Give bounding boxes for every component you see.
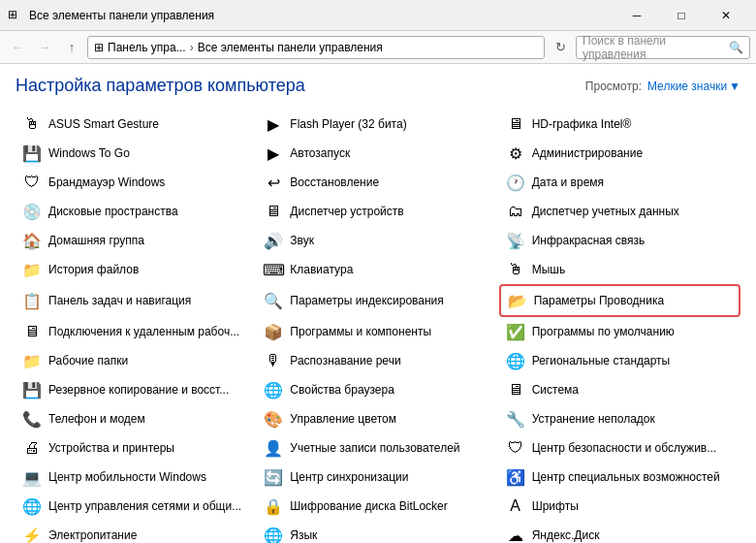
item-icon: 🖨 <box>21 437 43 459</box>
list-item[interactable]: 🔧Устранение неполадок <box>499 404 740 433</box>
item-label: Учетные записи пользователей <box>290 441 459 455</box>
view-option[interactable]: Мелкие значки ▼ <box>647 80 740 93</box>
list-item[interactable]: ⚡Электропитание <box>16 521 257 543</box>
item-label: Центр безопасности и обслужив... <box>532 441 717 455</box>
list-item[interactable]: 🌐Язык <box>257 521 498 543</box>
list-item[interactable]: 🖥HD-графика Intel® <box>499 110 740 139</box>
list-item[interactable]: ⌨Клавиатура <box>257 255 498 284</box>
item-icon: 📞 <box>21 408 43 430</box>
list-item[interactable]: 💿Дисковые пространства <box>16 197 257 226</box>
item-label: Дата и время <box>532 176 604 189</box>
list-item[interactable]: 📁История файлов <box>16 255 257 284</box>
list-item[interactable]: ✅Программы по умолчанию <box>499 317 740 346</box>
list-item[interactable]: 📋Панель задач и навигация <box>16 284 257 317</box>
item-icon: 🔄 <box>263 466 284 488</box>
item-icon: 🖥 <box>505 379 526 400</box>
list-item[interactable]: 🕐Дата и время <box>499 168 740 197</box>
list-item[interactable]: 🖥Подключения к удаленным рабоч... <box>16 317 257 346</box>
list-item[interactable]: 🖱ASUS Smart Gesture <box>16 110 257 139</box>
item-icon: 🖱 <box>505 259 526 280</box>
list-item[interactable]: ↩Восстановление <box>257 168 498 197</box>
list-item[interactable]: 🎨Управление цветом <box>257 404 498 433</box>
close-button[interactable]: ✕ <box>704 0 748 31</box>
item-icon: ⚡ <box>21 525 43 543</box>
list-item[interactable]: 🌐Центр управления сетями и общи... <box>16 492 257 521</box>
forward-button[interactable]: → <box>33 36 56 59</box>
list-item[interactable]: 🔄Центр синхронизации <box>257 463 498 492</box>
list-item[interactable]: 📞Телефон и модем <box>16 404 257 433</box>
address-path[interactable]: ⊞ Панель упра... › Все элементы панели у… <box>87 36 545 59</box>
list-item[interactable]: ☁Яндекс.Диск <box>499 521 740 543</box>
list-item[interactable]: 👤Учетные записи пользователей <box>257 433 498 463</box>
item-label: Шрифты <box>532 499 579 513</box>
item-label: HD-графика Intel® <box>532 117 632 131</box>
minimize-button[interactable]: ─ <box>614 0 659 31</box>
list-item[interactable]: 🖨Устройства и принтеры <box>16 433 257 463</box>
list-item[interactable]: 🌐Региональные стандарты <box>499 346 740 375</box>
list-item[interactable]: 📂Параметры Проводника <box>499 284 740 317</box>
item-label: Диспетчер устройств <box>290 205 403 218</box>
list-item[interactable]: AШрифты <box>499 492 740 521</box>
list-item[interactable]: 💾Резервное копирование и восст... <box>16 375 257 404</box>
list-item[interactable]: 🖱Мышь <box>499 255 740 284</box>
list-item[interactable]: 📦Программы и компоненты <box>257 317 498 346</box>
item-icon: 🌐 <box>21 495 43 517</box>
item-icon: 💿 <box>21 201 43 222</box>
item-icon: 🖥 <box>21 321 43 342</box>
content-area: Настройка параметров компьютера Просмотр… <box>0 64 756 543</box>
list-item[interactable]: 🗂Диспетчер учетных данных <box>499 197 740 226</box>
page-title: Настройка параметров компьютера <box>16 76 305 96</box>
item-label: Устройства и принтеры <box>48 441 174 455</box>
item-label: Инфракрасная связь <box>532 234 646 247</box>
item-label: Региональные стандарты <box>532 354 671 367</box>
item-icon: ▶ <box>263 143 284 164</box>
item-icon: 🔍 <box>263 290 284 311</box>
item-label: Восстановление <box>290 176 379 189</box>
item-icon: 🕐 <box>505 172 526 193</box>
item-icon: 🔒 <box>263 495 284 517</box>
item-icon: 👤 <box>263 437 284 459</box>
list-item[interactable]: 💾Windows To Go <box>16 139 257 168</box>
item-label: Параметры Проводника <box>534 294 664 307</box>
back-button[interactable]: ← <box>6 36 29 59</box>
item-label: Программы по умолчанию <box>532 325 675 338</box>
list-item[interactable]: ⚙Администрирование <box>499 139 740 168</box>
up-button[interactable]: ↑ <box>60 36 83 59</box>
item-icon: 📁 <box>21 350 43 371</box>
list-item[interactable]: 🏠Домашняя группа <box>16 226 257 255</box>
list-item[interactable]: 🛡Брандмауэр Windows <box>16 168 257 197</box>
item-label: Клавиатура <box>290 263 353 276</box>
list-item[interactable]: 📡Инфракрасная связь <box>499 226 740 255</box>
list-item[interactable]: ▶Flash Player (32 бита) <box>257 110 498 139</box>
list-item[interactable]: 📁Рабочие папки <box>16 346 257 375</box>
list-item[interactable]: 🖥Система <box>499 375 740 404</box>
maximize-button[interactable]: □ <box>659 0 704 31</box>
item-label: Программы и компоненты <box>290 325 431 338</box>
item-label: Центр синхронизации <box>290 470 408 484</box>
refresh-button[interactable]: ↻ <box>549 36 572 59</box>
item-icon: 💾 <box>21 379 43 400</box>
list-item[interactable]: 🌐Свойства браузера <box>257 375 498 404</box>
item-label: Свойства браузера <box>290 383 394 397</box>
path-icon: ⊞ <box>94 41 104 54</box>
item-icon: ⚙ <box>505 143 526 164</box>
item-label: Шифрование диска BitLocker <box>290 499 447 513</box>
list-item[interactable]: ▶Автозапуск <box>257 139 498 168</box>
path-part-2: Все элементы панели управления <box>198 41 383 54</box>
list-item[interactable]: 💻Центр мобильности Windows <box>16 463 257 492</box>
item-icon: 💾 <box>21 143 43 164</box>
list-item[interactable]: 🔍Параметры индексирования <box>257 284 498 317</box>
list-item[interactable]: 🔊Звук <box>257 226 498 255</box>
search-box[interactable]: Поиск в панели управления 🔍 <box>576 36 750 59</box>
item-label: Управление цветом <box>290 412 396 426</box>
item-icon: 🌐 <box>263 525 284 543</box>
list-item[interactable]: 🛡Центр безопасности и обслужив... <box>499 433 740 463</box>
item-icon: ▶ <box>263 113 284 135</box>
item-icon: A <box>505 495 526 517</box>
list-item[interactable]: 🎙Распознавание речи <box>257 346 498 375</box>
list-item[interactable]: 🔒Шифрование диска BitLocker <box>257 492 498 521</box>
item-label: Параметры индексирования <box>290 294 443 307</box>
list-item[interactable]: 🖥Диспетчер устройств <box>257 197 498 226</box>
list-item[interactable]: ♿Центр специальных возможностей <box>499 463 740 492</box>
item-icon: ⌨ <box>263 259 284 280</box>
